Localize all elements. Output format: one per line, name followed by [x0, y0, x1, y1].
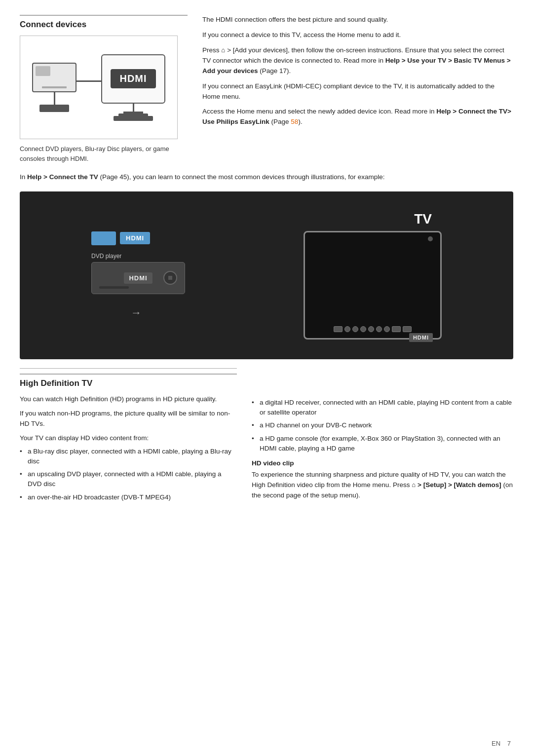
hd-video-link: > [Setup] > [Watch demos] — [418, 481, 501, 489]
hdmi-chip-shape — [91, 231, 116, 245]
bullet-list-left: a Blu-ray disc player, connected with a … — [20, 447, 237, 502]
page-number: 7 — [507, 740, 511, 747]
hd-video-para: To experience the stunning sharpness and… — [252, 470, 513, 501]
hdmi-diagram: HDMI — [20, 36, 178, 139]
bullet-left-3: an over-the-air HD broadcaster (DVB-T MP… — [20, 492, 237, 502]
dvd-player-label: DVD player — [91, 253, 190, 260]
hd-para-3: Your TV can display HD video content fro… — [20, 433, 237, 444]
page-ref: (Page 17). — [260, 67, 291, 75]
arrow-icon: → — [131, 306, 142, 319]
tv-hdmi-label: HDMI — [409, 333, 433, 342]
tv-illus-label: TV — [414, 211, 432, 227]
hdmi-label: HDMI — [111, 69, 155, 88]
high-definition-section: High Definition TV You can watch High De… — [20, 368, 513, 507]
middle-illustration: HDMI DVD player HDMI → TV — [20, 191, 513, 359]
home-icon: ⌂ — [221, 46, 225, 54]
device-bar — [42, 86, 67, 88]
section-divider — [20, 368, 237, 369]
dvd-box: HDMI — [91, 262, 185, 294]
hdmi-cable-line — [76, 80, 101, 82]
bullet-left-2: an upscaling DVD player, connected with … — [20, 469, 237, 490]
port-9 — [403, 326, 412, 332]
para-press-add: Press ⌂ > [Add your devices], then follo… — [202, 45, 513, 76]
device-screen — [36, 66, 50, 76]
connect-devices-title: Connect devices — [20, 15, 188, 30]
high-def-title: High Definition TV — [20, 374, 237, 388]
port-6 — [376, 326, 382, 332]
middle-instruction: In Help > Connect the TV (Page 45), you … — [20, 172, 513, 183]
hd-para-2: If you watch non-HD programs, the pictur… — [20, 409, 237, 429]
port-7 — [384, 326, 390, 332]
device-stand — [39, 105, 69, 112]
hdmi-chip-group: HDMI — [91, 231, 150, 245]
cable-vertical — [54, 92, 55, 105]
bottom-right: a digital HD receiver, connected with an… — [252, 368, 513, 507]
hd-para-1: You can watch High Definition (HD) progr… — [20, 394, 237, 405]
hdmi-diagram-inner: HDMI — [32, 54, 165, 121]
tv-with-label: HDMI — [101, 54, 165, 121]
source-device — [32, 63, 76, 92]
tv-base — [114, 116, 153, 121]
hd-video-title: HD video clip — [252, 459, 513, 467]
port-1 — [334, 326, 343, 332]
device-box — [32, 63, 76, 112]
help-connect-tv: Help > Connect the TV — [27, 173, 100, 181]
dvd-slot — [99, 286, 129, 289]
bullet-right-2: a HD channel on your DVB-C network — [252, 420, 513, 430]
bottom-left: High Definition TV You can watch High De… — [20, 368, 237, 507]
para-connect-home: If you connect a device to this TV, acce… — [202, 30, 513, 40]
port-8 — [392, 326, 401, 332]
page-footer: EN 7 — [492, 740, 511, 747]
bullet-left-1: a Blu-ray disc player, connected with a … — [20, 447, 237, 467]
lang-label: EN — [492, 740, 500, 747]
press-text: Press — [202, 46, 220, 54]
bullet-right-1: a digital HD receiver, connected with an… — [252, 398, 513, 418]
tv-illus: HDMI — [304, 231, 442, 340]
bullet-list-right: a digital HD receiver, connected with an… — [252, 398, 513, 454]
disc-center — [168, 276, 172, 280]
port-2 — [344, 326, 350, 332]
tv-camera-dot — [428, 236, 433, 241]
illus-left: HDMI DVD player HDMI → — [91, 231, 190, 319]
connect-devices-section: Connect devices HDMI — [20, 15, 513, 167]
illus-right: TV HDMI — [304, 211, 442, 340]
page-58: 58 — [291, 118, 298, 125]
bullet-right-3: a HD game console (for example, X-Box 36… — [252, 434, 513, 454]
port-3 — [352, 326, 358, 332]
left-column: Connect devices HDMI — [20, 15, 188, 167]
connect-caption: Connect DVD players, Blu-ray Disc player… — [20, 144, 188, 163]
dvd-hdmi-label: HDMI — [124, 272, 152, 284]
hdmi-chip-label: HDMI — [120, 232, 150, 244]
tv-monitor: HDMI — [101, 54, 165, 104]
tv-ports — [334, 326, 412, 332]
port-5 — [368, 326, 374, 332]
dvd-player-block: DVD player HDMI — [91, 253, 190, 294]
disc-icon — [163, 271, 177, 285]
middle-text2: (Page 45), you can learn to connect the … — [100, 173, 384, 181]
para-hdmi-quality: The HDMI connection offers the best pict… — [202, 15, 513, 25]
home-icon-2: ⌂ — [412, 481, 416, 489]
para-easylink-auto: If you connect an EasyLink (HDMI-CEC) co… — [202, 81, 513, 102]
para-home-menu-icon: Access the Home menu and select the newl… — [202, 107, 513, 127]
in-text: In — [20, 173, 25, 181]
right-column: The HDMI connection offers the best pict… — [202, 15, 513, 167]
port-4 — [360, 326, 366, 332]
